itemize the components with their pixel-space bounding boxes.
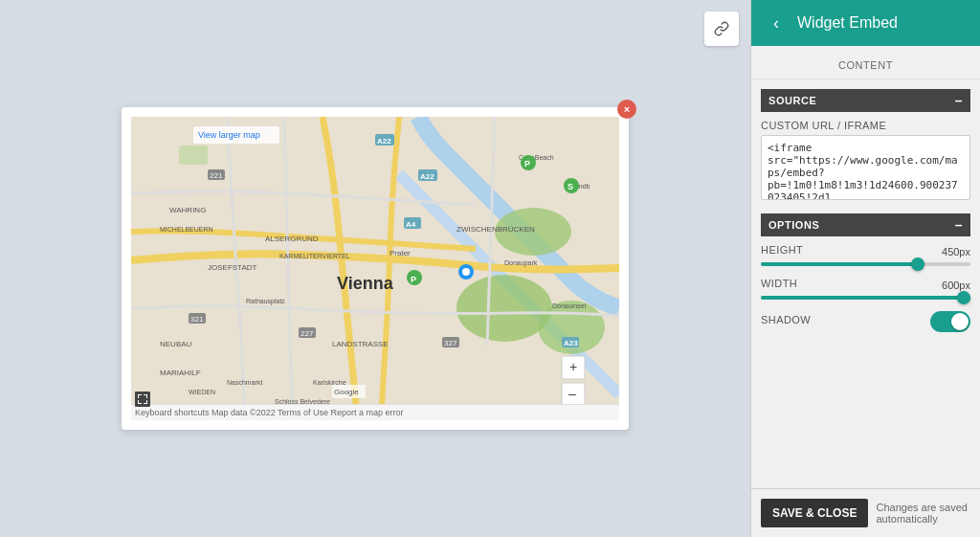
custom-url-label: CUSTOM URL / IFRAME <box>761 120 970 131</box>
link-icon-btn[interactable] <box>704 11 739 46</box>
save-close-button[interactable]: SAVE & CLOSE <box>761 499 868 527</box>
svg-text:A22: A22 <box>420 172 434 181</box>
height-slider-group: HEIGHT 450px <box>761 244 970 266</box>
svg-text:227: 227 <box>301 329 314 338</box>
svg-text:JOSEFSTADT: JOSEFSTADT <box>208 263 257 272</box>
svg-text:–: – <box>568 386 576 401</box>
panel-header: ‹ Widget Embed <box>751 0 980 46</box>
svg-text:Donaupark: Donaupark <box>504 259 538 267</box>
svg-text:ZWISCHENBRÜCKEN: ZWISCHENBRÜCKEN <box>457 225 535 234</box>
svg-text:S: S <box>568 182 573 191</box>
svg-text:Naschmarkt: Naschmarkt <box>227 379 262 386</box>
custom-url-input[interactable]: <iframe src="https://www.google.com/maps… <box>761 135 970 200</box>
source-collapse-icon[interactable]: – <box>955 94 963 107</box>
source-section-header: SOURCE – <box>761 89 970 112</box>
svg-point-2 <box>457 275 552 342</box>
svg-text:Prater: Prater <box>390 249 411 257</box>
close-card-btn[interactable]: × <box>617 100 636 119</box>
svg-text:221: 221 <box>210 171 223 180</box>
expand-btn[interactable] <box>135 392 150 407</box>
widget-card: × <box>122 107 629 430</box>
tab-content[interactable]: CONTENT <box>831 56 901 75</box>
shadow-toggle-row: SHADOW <box>761 311 970 332</box>
height-slider-fill <box>761 262 918 266</box>
svg-text:MARIAHILF: MARIAHILF <box>160 369 201 377</box>
width-value: 600px <box>942 280 970 291</box>
svg-rect-4 <box>179 145 208 165</box>
svg-text:KARMELITERVIERTEL: KARMELITERVIERTEL <box>279 253 350 259</box>
svg-text:Schloss Belvedere: Schloss Belvedere <box>275 398 330 404</box>
height-value: 450px <box>942 246 970 257</box>
svg-text:WIEDEN: WIEDEN <box>189 389 215 395</box>
svg-text:Donauinsel: Donauinsel <box>552 302 586 309</box>
panel-tabs: CONTENT <box>751 46 980 79</box>
svg-text:A4: A4 <box>406 220 416 229</box>
svg-text:+: + <box>569 359 577 374</box>
svg-text:P: P <box>411 275 416 284</box>
width-slider-track[interactable] <box>761 296 970 300</box>
svg-text:Vienna: Vienna <box>337 274 394 293</box>
svg-text:P: P <box>524 159 530 168</box>
shadow-label: SHADOW <box>761 314 811 325</box>
svg-text:MICHELBEUERN: MICHELBEUERN <box>160 226 213 233</box>
map-footer-text: Keyboard shortcuts Map data ©2022 Terms … <box>135 408 404 417</box>
preview-area: × <box>0 0 750 537</box>
svg-text:Google: Google <box>334 388 359 396</box>
right-panel: ‹ Widget Embed CONTENT SOURCE – CUSTOM U… <box>750 0 980 537</box>
options-section-header: OPTIONS – <box>761 213 970 236</box>
svg-text:LANDSTRASSE: LANDSTRASSE <box>332 340 389 348</box>
panel-title: Widget Embed <box>797 14 898 32</box>
svg-text:Karlskirche: Karlskirche <box>313 379 346 386</box>
width-slider-group: WIDTH 600px <box>761 278 970 300</box>
back-btn[interactable]: ‹ <box>763 10 790 36</box>
map-container: Vienna WAHRING MICHELBEUERN JOSEFSTADT R… <box>131 117 619 404</box>
source-label: SOURCE <box>768 95 816 106</box>
svg-point-44 <box>462 268 470 276</box>
svg-text:A23: A23 <box>564 339 578 347</box>
height-slider-track[interactable] <box>761 262 970 266</box>
svg-text:A22: A22 <box>377 137 391 145</box>
auto-save-text: Changes are saved automatically <box>876 502 970 525</box>
svg-text:View larger map: View larger map <box>198 130 260 140</box>
svg-text:327: 327 <box>444 339 457 347</box>
height-slider-thumb[interactable] <box>911 257 924 271</box>
width-slider-thumb[interactable] <box>957 291 970 304</box>
width-label: WIDTH <box>761 278 797 289</box>
options-collapse-icon[interactable]: – <box>955 218 963 232</box>
toggle-knob <box>951 313 969 330</box>
panel-footer: SAVE & CLOSE Changes are saved automatic… <box>751 488 980 537</box>
svg-text:321: 321 <box>190 315 204 324</box>
height-label: HEIGHT <box>761 244 803 256</box>
width-slider-fill <box>761 296 970 300</box>
panel-content: SOURCE – CUSTOM URL / IFRAME <iframe src… <box>751 79 980 488</box>
shadow-toggle[interactable] <box>930 311 970 332</box>
svg-text:ALSERGRUND: ALSERGRUND <box>265 235 319 243</box>
options-label: OPTIONS <box>768 219 819 231</box>
svg-text:WAHRING: WAHRING <box>169 206 206 214</box>
svg-text:Rathausplatz: Rathausplatz <box>246 298 285 305</box>
svg-text:NEUBAU: NEUBAU <box>160 340 192 348</box>
